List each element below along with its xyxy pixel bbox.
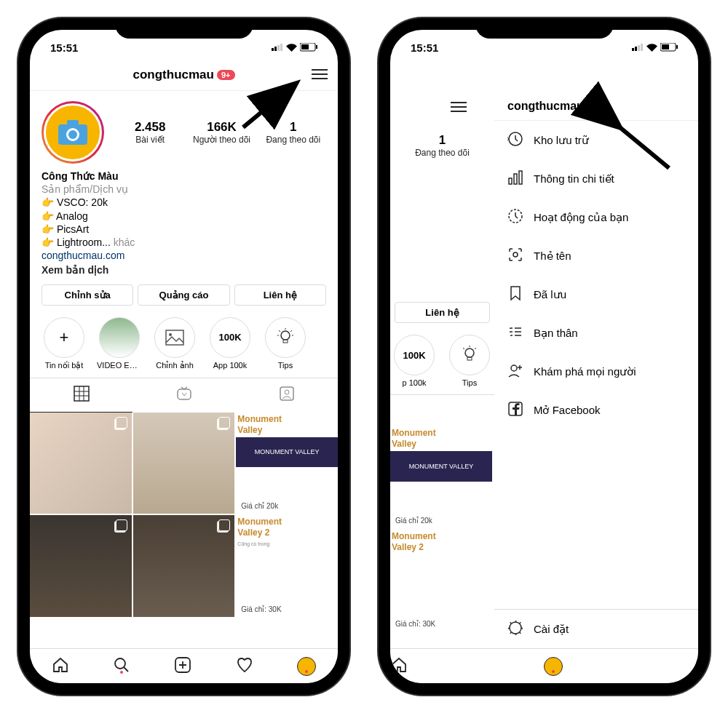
phone-left: 15:51 congthucmau 9+ 2.458Bài viết 166KN… <box>18 18 349 695</box>
edit-button[interactable]: Chỉnh sửa <box>41 284 133 306</box>
notch <box>475 18 614 39</box>
tab-igtv[interactable] <box>132 378 235 413</box>
post-2[interactable]: MonumentValleyMONUMENT VALLEYGiá chỉ 20k <box>390 426 492 528</box>
menu-facebook[interactable]: Mở Facebook <box>494 391 698 429</box>
highlight-4[interactable]: Tips <box>447 335 492 387</box>
nav-home[interactable] <box>390 656 408 677</box>
bio-link[interactable]: congthucmau.com <box>41 249 326 262</box>
highlights-row[interactable]: +Tin nổi bật VIDEO EDIT... Chỉnh ảnh 100… <box>30 313 338 378</box>
svg-rect-25 <box>178 389 191 399</box>
nav-profile[interactable] <box>297 657 316 676</box>
svg-rect-5 <box>301 44 309 49</box>
profile-top: 2.458Bài viết 166KNgười theo dõi 1Đang t… <box>30 91 338 170</box>
notification-dot <box>305 670 308 673</box>
post-3[interactable] <box>30 515 132 617</box>
bio-line4: 👉 Lightroom... khác <box>41 236 326 249</box>
svg-line-16 <box>279 330 280 332</box>
menu-activity[interactable]: Hoạt động của bạn <box>494 198 698 236</box>
svg-line-44 <box>463 348 464 349</box>
nametag-icon <box>507 247 523 265</box>
svg-line-17 <box>290 330 292 332</box>
nav-search[interactable] <box>113 656 130 677</box>
stats-row: 2.458Bài viết 166KNgười theo dõi 1Đang t… <box>117 101 326 164</box>
menu-button[interactable] <box>312 66 328 82</box>
post-5[interactable]: MonumentValley 2Cũng có trongGiá chỉ: 30… <box>236 515 338 617</box>
highlight-4[interactable]: Tips <box>263 317 308 370</box>
image-icon <box>154 317 195 358</box>
post-1[interactable] <box>133 413 235 514</box>
bookmark-icon <box>507 285 523 303</box>
discover-icon <box>507 362 523 381</box>
tab-tagged[interactable] <box>235 378 338 413</box>
nav-add[interactable] <box>174 656 191 677</box>
svg-point-10 <box>68 130 77 139</box>
svg-rect-40 <box>676 45 678 49</box>
nav-profile[interactable] <box>544 657 563 676</box>
stat-followers[interactable]: 166KNgười theo dõi <box>189 120 254 145</box>
menu-settings[interactable]: Cài đặt <box>494 609 698 648</box>
status-icons <box>632 43 678 52</box>
menu-close-friends[interactable]: Bạn thân <box>494 314 698 352</box>
post-0[interactable] <box>30 413 132 514</box>
svg-point-51 <box>513 252 518 257</box>
highlight-3[interactable]: 100Kp 100k <box>392 335 437 387</box>
highlight-2[interactable]: Chỉnh ảnh <box>152 317 197 370</box>
notification-dot <box>552 670 555 673</box>
highlight-new[interactable]: +Tin nổi bật <box>41 317 87 370</box>
svg-point-12 <box>169 333 172 336</box>
svg-line-45 <box>475 348 476 349</box>
highlight-1[interactable]: VIDEO EDIT... <box>97 317 142 370</box>
svg-rect-3 <box>280 44 282 51</box>
post-4[interactable] <box>133 515 235 617</box>
menu-archive[interactable]: Kho lưu trữ <box>494 121 698 159</box>
svg-point-56 <box>510 622 521 634</box>
menu-discover[interactable]: Khám phá mọi người <box>494 352 698 391</box>
contact-button[interactable]: Liên hệ <box>234 284 326 306</box>
bio-name: Công Thức Màu <box>41 170 326 183</box>
menu-nametag[interactable]: Thẻ tên <box>494 236 698 275</box>
menu-insights[interactable]: Thông tin chi tiết <box>494 159 698 198</box>
wifi-icon <box>646 44 657 52</box>
username-title[interactable]: congthucmau <box>133 68 214 82</box>
post-5[interactable]: MonumentValley 2Giá chỉ: 30K <box>390 530 492 632</box>
promote-button[interactable]: Quảng cáo <box>138 284 229 306</box>
avatar <box>44 103 102 162</box>
svg-point-28 <box>115 658 125 669</box>
svg-rect-8 <box>67 120 79 126</box>
avatar-ring[interactable] <box>41 101 104 164</box>
svg-rect-2 <box>277 45 280 51</box>
svg-rect-26 <box>280 387 293 400</box>
signal-icon <box>272 44 283 51</box>
menu-saved[interactable]: Đã lưu <box>494 275 698 314</box>
svg-rect-36 <box>638 45 640 51</box>
menu-button[interactable] <box>451 99 467 115</box>
lightbulb-icon <box>449 335 490 375</box>
stat-following[interactable]: 1Đang theo dõi <box>261 120 326 145</box>
home-icon <box>52 656 69 674</box>
add-icon <box>174 656 191 674</box>
tab-grid[interactable] <box>30 378 132 413</box>
svg-point-41 <box>465 348 474 357</box>
nav-activity[interactable] <box>236 656 253 677</box>
highlight-3[interactable]: 100KApp 100k <box>207 317 253 370</box>
contact-button[interactable]: Liên hệ <box>395 302 490 323</box>
highlight-100k: 100K <box>210 317 250 358</box>
action-buttons: Chỉnh sửa Quảng cáo Liên hệ <box>30 284 338 313</box>
svg-rect-20 <box>74 386 89 401</box>
svg-rect-1 <box>274 47 277 51</box>
battery-icon <box>300 43 317 52</box>
camera-icon <box>58 120 87 145</box>
status-icons <box>272 43 317 52</box>
bio-category: Sản phẩm/Dịch vụ <box>41 183 326 196</box>
battery-icon <box>660 43 678 52</box>
post-2[interactable]: MonumentValleyMONUMENT VALLEYGiá chỉ 20k <box>236 413 338 514</box>
bio-line1: 👉 VSCO: 20k <box>41 196 326 209</box>
see-translation[interactable]: Xem bản dịch <box>41 263 326 276</box>
home-icon <box>390 656 408 674</box>
posts-grid: MonumentValleyMONUMENT VALLEYGiá chỉ 20k… <box>30 413 338 617</box>
stat-posts[interactable]: 2.458Bài viết <box>117 120 183 145</box>
svg-point-13 <box>281 331 290 340</box>
nav-home[interactable] <box>52 656 69 677</box>
stat-following[interactable]: 1Đang theo dõi <box>390 133 494 158</box>
archive-icon <box>507 131 523 149</box>
